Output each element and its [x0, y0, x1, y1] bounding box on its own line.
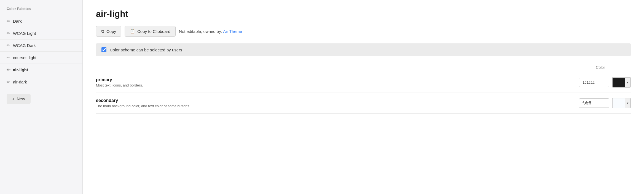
pencil-icon: ✏: [7, 67, 10, 72]
copy-to-clipboard-button[interactable]: 📋 Copy to Clipboard: [125, 26, 176, 37]
sidebar-item-label: WCAG Light: [13, 31, 36, 36]
color-name-secondary: secondary: [96, 98, 579, 103]
color-controls-secondary: ▾: [579, 98, 631, 108]
clipboard-icon: 📋: [130, 29, 135, 34]
color-desc-secondary: The main background color, and text colo…: [96, 104, 579, 108]
color-desc-primary: Most text, icons, and borders.: [96, 83, 579, 87]
toolbar: ⧉ Copy 📋 Copy to Clipboard Not editable,…: [96, 26, 631, 37]
sidebar-item-label: air-dark: [13, 80, 27, 84]
color-hex-input-primary[interactable]: [579, 78, 609, 87]
pencil-icon: ✏: [7, 31, 10, 36]
pencil-icon: ✏: [7, 43, 10, 48]
copy-icon: ⧉: [101, 29, 104, 34]
sidebar-title: Color Palettes: [0, 7, 82, 15]
new-button-label: New: [17, 96, 25, 101]
color-row-secondary: secondaryThe main background color, and …: [96, 93, 631, 114]
color-name-primary: primary: [96, 77, 579, 82]
color-swatch-primary: [613, 78, 625, 87]
color-controls-primary: ▾: [579, 77, 631, 88]
plus-icon: +: [12, 96, 15, 101]
pencil-icon: ✏: [7, 19, 10, 24]
color-info-primary: primaryMost text, icons, and borders.: [96, 77, 579, 87]
checkbox-row: Color scheme can be selected by users: [96, 43, 631, 56]
swatch-dropdown-primary[interactable]: ▾: [625, 78, 630, 87]
color-info-secondary: secondaryThe main background color, and …: [96, 98, 579, 108]
copy-button[interactable]: ⧉ Copy: [96, 26, 121, 37]
main-content: air-light ⧉ Copy 📋 Copy to Clipboard Not…: [83, 0, 644, 194]
sidebar-item-label: Dark: [13, 19, 22, 23]
color-header-label: Color: [570, 65, 631, 70]
pencil-icon: ✏: [7, 55, 10, 60]
new-palette-button[interactable]: + New: [7, 94, 31, 104]
not-editable-text: Not editable, owned by: Air Theme: [179, 29, 242, 34]
pencil-icon: ✏: [7, 79, 10, 85]
sidebar-item-wcag-light[interactable]: ✏WCAG Light: [0, 27, 82, 40]
sidebar-item-dark[interactable]: ✏Dark: [0, 15, 82, 27]
swatch-dropdown-secondary[interactable]: ▾: [625, 98, 630, 108]
copy-clipboard-label: Copy to Clipboard: [137, 29, 170, 34]
sidebar-item-courses-light[interactable]: ✏courses-light: [0, 52, 82, 64]
color-hex-input-secondary[interactable]: [579, 98, 609, 108]
color-scheme-checkbox[interactable]: [101, 47, 106, 52]
color-swatch-secondary: [613, 98, 625, 108]
color-swatch-button-secondary[interactable]: ▾: [612, 98, 631, 108]
sidebar-item-label: WCAG Dark: [13, 43, 36, 48]
checkbox-label: Color scheme can be selected by users: [110, 48, 182, 52]
owner-link[interactable]: Air Theme: [223, 29, 242, 34]
sidebar-item-air-light[interactable]: ✏air-light: [0, 64, 82, 76]
color-header-row: Color: [96, 63, 631, 72]
copy-button-label: Copy: [106, 29, 116, 34]
sidebar-item-label: air-light: [13, 67, 28, 72]
color-row-primary: primaryMost text, icons, and borders.▾: [96, 72, 631, 93]
color-swatch-button-primary[interactable]: ▾: [612, 77, 631, 88]
sidebar-item-wcag-dark[interactable]: ✏WCAG Dark: [0, 40, 82, 52]
sidebar-item-label: courses-light: [13, 55, 36, 60]
page-title: air-light: [96, 9, 631, 19]
sidebar: Color Palettes ✏Dark✏WCAG Light✏WCAG Dar…: [0, 0, 83, 194]
sidebar-item-air-dark[interactable]: ✏air-dark: [0, 76, 82, 88]
colors-section: Color primaryMost text, icons, and borde…: [96, 63, 631, 114]
